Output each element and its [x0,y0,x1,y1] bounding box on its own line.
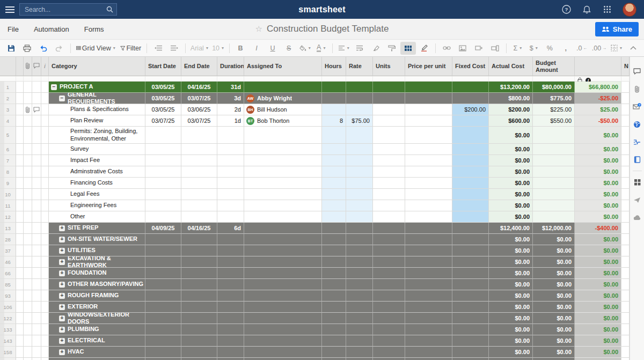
favorite-star-icon[interactable]: ☆ [255,24,262,34]
cell-end[interactable]: 03/07/25 [181,115,217,127]
cell-difference[interactable]: $0.00 [575,178,621,189]
cell-start[interactable] [145,178,181,189]
cell-rate[interactable] [346,256,373,268]
row-number[interactable]: 106 [0,302,16,313]
cell-budget[interactable]: $0.00 [533,268,575,279]
column-header-fixed[interactable]: Fixed Cost [452,57,489,76]
bold-button[interactable]: B [233,42,248,55]
row-number[interactable]: 11 [0,200,16,211]
menu-file[interactable]: File [0,25,26,33]
cell-notes[interactable] [621,200,630,211]
cell-difference[interactable]: $0.00 [575,155,621,166]
cell-end[interactable]: 04/16/25 [181,223,217,234]
cell-notes[interactable] [621,324,630,335]
indent-button[interactable] [166,42,182,55]
cell-rate[interactable] [346,223,373,234]
cell-duration[interactable] [217,166,244,178]
expand-icon[interactable]: + [59,225,65,231]
row-number[interactable]: 7 [0,155,16,166]
cell-units[interactable] [373,166,405,178]
font-size-select[interactable]: 10▾ [210,42,226,55]
cell-units[interactable] [373,82,405,93]
cell-rate[interactable] [346,313,373,324]
cell-ppu[interactable] [405,155,452,166]
collapse-toolbar-button[interactable] [625,42,641,55]
cell-units[interactable] [373,223,405,234]
cell-end[interactable]: 04/16/25 [181,82,217,93]
cell-start[interactable]: 03/05/25 [145,82,181,93]
cell-category[interactable]: Impact Fee [49,155,145,166]
row-number[interactable]: 13 [0,223,16,234]
cell-start[interactable] [145,245,181,256]
text-color-button[interactable]: A▾ [313,42,329,55]
cell-hours[interactable] [322,211,346,223]
cell-units[interactable] [373,144,405,155]
activity-log-icon[interactable] [630,133,644,151]
row-number[interactable]: 12 [0,211,16,223]
cell-assigned[interactable] [244,234,322,245]
cell-ppu[interactable] [405,82,452,93]
cell-notes[interactable] [621,115,630,127]
cell-actual[interactable]: $13,200.00 [489,82,533,93]
cell-start[interactable] [145,234,181,245]
cell-actual[interactable]: $0.00 [489,302,533,313]
cell-start[interactable] [145,166,181,178]
column-header-gutter[interactable] [16,57,24,76]
strikethrough-button[interactable]: S [281,42,297,55]
cell-end[interactable] [181,189,217,200]
cell-assigned[interactable] [244,358,322,360]
column-header-clip[interactable] [24,57,32,76]
cell-units[interactable] [373,93,405,104]
account-avatar[interactable] [623,3,636,17]
cell-category[interactable]: +EXCAVATION & EARTHWORK [49,256,145,268]
cell-units[interactable] [373,189,405,200]
cell-ppu[interactable] [405,313,452,324]
cell-units[interactable] [373,245,405,256]
help-icon[interactable]: ? [561,5,571,14]
cell-fixed[interactable] [452,200,489,211]
cell-ppu[interactable] [405,256,452,268]
cell-fixed[interactable] [452,144,489,155]
row-number[interactable]: 1 [0,82,16,93]
cell-ppu[interactable] [405,211,452,223]
cell-rate[interactable] [346,290,373,302]
cell-category[interactable]: Plans & Specifications [49,104,145,115]
cell-hours[interactable] [322,223,346,234]
cloud-icon[interactable] [630,209,644,226]
cell-category[interactable]: Adminstrative Costs [49,166,145,178]
cell-notes[interactable] [621,178,630,189]
cell-category[interactable]: −PROJECT A [49,82,145,93]
cell-assigned[interactable] [244,189,322,200]
cell-difference[interactable]: $0.00 [575,290,621,302]
cell-actual[interactable]: $600.00 [489,115,533,127]
redo-button[interactable] [52,42,67,55]
cell-actual[interactable]: $0.00 [489,324,533,335]
cell-notes[interactable] [621,290,630,302]
sheet-summary-icon[interactable] [630,151,644,168]
cell-notes[interactable] [621,127,630,144]
cell-notes[interactable] [621,189,630,200]
cell-end[interactable] [181,155,217,166]
cell-notes[interactable] [621,223,630,234]
expand-icon[interactable]: + [59,327,65,333]
cell-assigned[interactable] [244,335,322,347]
cell-rate[interactable] [346,234,373,245]
cell-units[interactable] [373,155,405,166]
thousands-separator-button[interactable]: , [558,42,574,55]
cell-hours[interactable] [322,155,346,166]
print-button[interactable] [19,42,35,55]
cell-category[interactable]: +UTILITIES [49,245,145,256]
cell-actual[interactable]: $200.00 [489,104,533,115]
cell-budget[interactable]: $550.00 [533,115,575,127]
cell-notes[interactable] [621,279,630,290]
cell-end[interactable] [181,127,217,144]
insert-cell-button[interactable] [487,42,503,55]
cell-budget[interactable] [533,144,575,155]
cell-units[interactable] [373,104,405,115]
filter-button[interactable]: Filter [118,42,143,55]
cell-start[interactable] [145,189,181,200]
cell-ppu[interactable] [405,223,452,234]
cell-units[interactable] [373,234,405,245]
cell-actual[interactable]: $0.00 [489,279,533,290]
share-button[interactable]: Share [595,22,639,36]
